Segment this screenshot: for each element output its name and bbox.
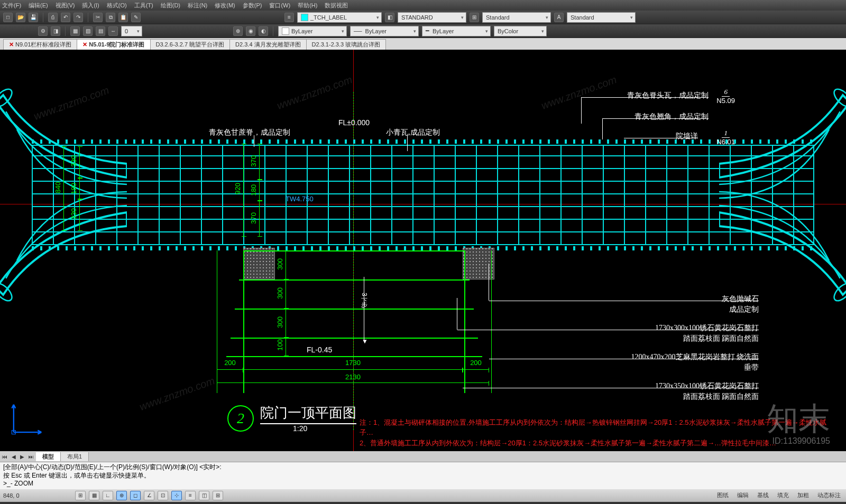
- status-toggle[interactable]: 动态标注: [815, 491, 843, 499]
- lwt-toggle[interactable]: ≡: [185, 491, 196, 500]
- menu-item[interactable]: 帮助(H): [298, 2, 317, 10]
- layer-icon[interactable]: ≡: [284, 13, 294, 22]
- close-icon[interactable]: ✕: [9, 41, 14, 48]
- tool-icon[interactable]: ⊕: [233, 26, 243, 36]
- statusbar-right: 图纸编辑基线填充加粗动态标注: [715, 491, 843, 499]
- layer-name: _TCH_LABEL: [310, 14, 347, 21]
- menu-item[interactable]: 窗口(W): [269, 2, 290, 10]
- dim: 1730: [243, 359, 463, 367]
- tab-nav-next[interactable]: ▶: [18, 454, 26, 460]
- plotstyle-combo[interactable]: ByColor: [494, 26, 547, 36]
- menu-item[interactable]: 绘图(D): [161, 2, 180, 10]
- dim-icon[interactable]: ⊞: [470, 13, 479, 22]
- ducs-toggle[interactable]: ⊡: [158, 491, 168, 500]
- dim: 840: [54, 182, 62, 193]
- menu-item[interactable]: 插入(I): [82, 2, 99, 10]
- copy-icon[interactable]: ⧉: [106, 13, 115, 22]
- layout-tab[interactable]: 模型: [36, 452, 61, 461]
- snap-toggle[interactable]: ⊞: [75, 491, 86, 500]
- dim: 100: [276, 339, 284, 351]
- drawing-tab[interactable]: D2.3.4 满月发光雕塑详图: [229, 39, 306, 50]
- menu-item[interactable]: 编辑(E): [29, 2, 48, 10]
- block-icon-3[interactable]: ▤: [96, 26, 105, 36]
- block-icon[interactable]: ▦: [70, 26, 80, 36]
- ortho-toggle[interactable]: ∟: [103, 491, 113, 500]
- print-icon[interactable]: ⎙: [48, 13, 58, 22]
- arrowhead-icon: ▼: [362, 338, 368, 345]
- menu-item[interactable]: 文件(F): [2, 2, 21, 10]
- coordinates[interactable]: 848, 0: [3, 492, 72, 499]
- menu-item[interactable]: 参数(P): [243, 2, 262, 10]
- drawing-tab[interactable]: ✕N5.01-9院门标准详图: [77, 39, 150, 50]
- dimstyle-combo-2[interactable]: Standard: [482, 12, 551, 23]
- menu-item[interactable]: 标注(N): [188, 2, 207, 10]
- tab-nav-prev[interactable]: ◀: [10, 454, 18, 460]
- text-icon[interactable]: A: [554, 13, 564, 22]
- layer-tool-icon[interactable]: ◧: [385, 13, 394, 22]
- menu-item[interactable]: 格式(O): [107, 2, 127, 10]
- value-combo[interactable]: 0: [121, 26, 142, 36]
- drawing-title: 2 院门一顶平面图 1:20: [227, 404, 356, 433]
- tool-icon-2[interactable]: ◉: [246, 26, 255, 36]
- dimstyle-combo-3[interactable]: Standard: [567, 12, 636, 23]
- cut-icon[interactable]: ✂: [93, 13, 103, 22]
- drawing-canvas[interactable]: 330 180 330 840 370 180 370 920 300 300 …: [0, 50, 846, 451]
- status-toggle[interactable]: 填充: [775, 491, 791, 499]
- color-combo[interactable]: ByLayer: [278, 26, 347, 36]
- sc-toggle[interactable]: ⊞: [213, 491, 223, 500]
- status-toggle[interactable]: 加粗: [795, 491, 811, 499]
- svg-point-2: [0, 281, 15, 304]
- dim-line: [259, 144, 260, 180]
- drawing-tab[interactable]: D2.3.1-2.3.3 玻璃跳台详图: [306, 39, 387, 50]
- status-toggle[interactable]: 基线: [755, 491, 771, 499]
- dist-icon[interactable]: ↔: [108, 26, 118, 36]
- cmd-hint: 按 Esc 或 Enter 键退出，或单击右键显示快捷菜单。: [3, 472, 843, 480]
- polar-toggle[interactable]: ⊕: [116, 491, 127, 500]
- layout-tab[interactable]: 布局1: [61, 452, 89, 461]
- prop-icon[interactable]: ⚙: [38, 26, 48, 36]
- osnap-toggle[interactable]: ◻: [130, 491, 141, 500]
- dim-line: [79, 199, 80, 231]
- annotation: 青灰色脊头瓦，成品定制: [627, 91, 709, 100]
- dyn-toggle[interactable]: ⊹: [171, 491, 182, 500]
- match-icon[interactable]: ✎: [131, 13, 141, 22]
- status-toggle[interactable]: 编辑: [735, 491, 751, 499]
- tab-nav-first[interactable]: ⏮: [0, 454, 10, 460]
- paste-icon[interactable]: 📋: [118, 13, 128, 22]
- menu-item[interactable]: 工具(T): [134, 2, 153, 10]
- toolbar-properties: ⚙ ◨ ▦ ▧ ▤ ↔ 0 ⊕ ◉ ◐ ByLayer ──ByLayer ━B…: [0, 24, 846, 38]
- grid-toggle[interactable]: ▦: [89, 491, 99, 500]
- dim: 2130: [217, 373, 489, 381]
- status-toggle[interactable]: 图纸: [715, 491, 731, 499]
- command-line[interactable]: [全部(A)/中心(C)/动态(D)/范围(E)/上一个(P)/比例(S)/窗口…: [0, 462, 846, 489]
- block-icon-2[interactable]: ▧: [83, 26, 93, 36]
- prop-icon-2[interactable]: ◨: [51, 26, 60, 36]
- undo-icon[interactable]: ↶: [61, 13, 70, 22]
- linetype-combo[interactable]: ──ByLayer: [350, 26, 419, 36]
- dimstyle-combo-1[interactable]: STANDARD: [398, 12, 466, 23]
- dim: 200: [217, 359, 243, 367]
- qp-toggle[interactable]: ◫: [199, 491, 209, 500]
- menu-item[interactable]: 视图(V): [56, 2, 75, 10]
- menu-item[interactable]: 修改(M): [215, 2, 235, 10]
- svg-point-1: [831, 86, 846, 109]
- tool-icon-3[interactable]: ◐: [259, 26, 268, 36]
- drawing-tab[interactable]: D3.2.6-3.2.7 眺望平台详图: [150, 39, 231, 50]
- new-icon[interactable]: □: [3, 13, 13, 22]
- save-icon[interactable]: 💾: [29, 13, 38, 22]
- open-icon[interactable]: 📂: [16, 13, 25, 22]
- otrack-toggle[interactable]: ∠: [144, 491, 154, 500]
- tab-nav-last[interactable]: ⏭: [26, 454, 36, 460]
- elevation-label: FL±0.000: [338, 118, 370, 127]
- dim: 920: [234, 183, 242, 194]
- separator: [43, 13, 43, 22]
- lineweight-combo[interactable]: ━ByLayer: [422, 26, 491, 36]
- drawing-notes: 注：1、混凝土与砌砰体相接的位置,外墙施工工序从内到外依次为：结构层→热镀锌钢丝…: [360, 417, 835, 449]
- close-icon[interactable]: ✕: [82, 41, 87, 48]
- title-number: 2: [227, 405, 254, 432]
- redo-icon[interactable]: ↷: [73, 13, 83, 22]
- drawing-tab[interactable]: ✕N9.01栏杆标准段详图: [3, 39, 77, 50]
- separator: [273, 26, 273, 36]
- layer-combo[interactable]: _TCH_LABEL: [297, 12, 382, 23]
- menu-item[interactable]: 数据视图: [325, 2, 348, 10]
